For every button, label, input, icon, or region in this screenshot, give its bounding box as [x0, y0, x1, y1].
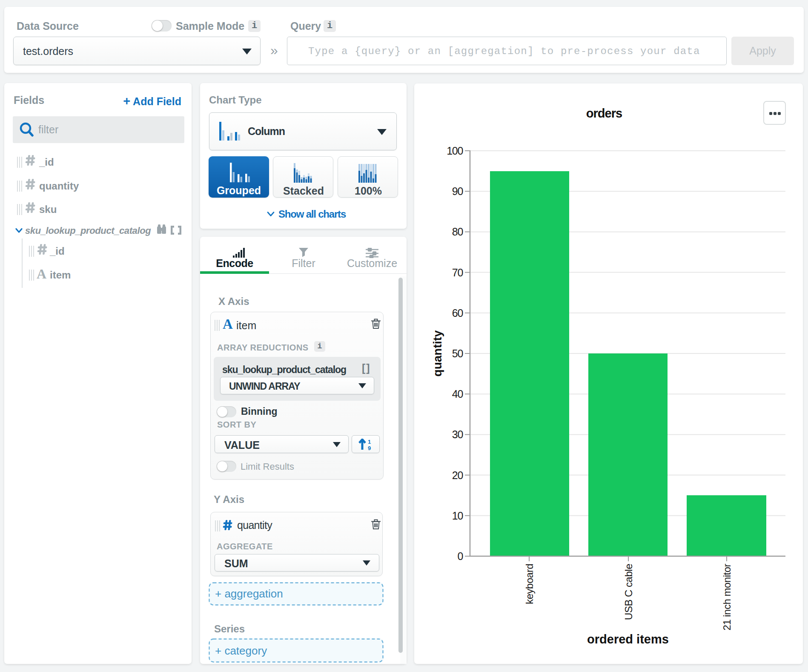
svg-text:40: 40	[452, 388, 463, 400]
svg-text:0: 0	[457, 550, 463, 562]
svg-text:21 inch monitor: 21 inch monitor	[721, 564, 733, 631]
svg-text:orders: orders	[586, 106, 622, 120]
svg-text:90: 90	[452, 185, 463, 197]
svg-text:USB C cable: USB C cable	[623, 564, 634, 620]
svg-text:1: 1	[368, 439, 371, 445]
svg-text:ordered items: ordered items	[587, 632, 669, 646]
svg-text:100: 100	[447, 145, 463, 157]
svg-text:keyboard: keyboard	[524, 564, 535, 604]
svg-text:quantity: quantity	[431, 330, 444, 376]
svg-text:10: 10	[452, 510, 463, 522]
svg-text:30: 30	[452, 428, 463, 440]
svg-text:60: 60	[452, 307, 463, 319]
svg-text:50: 50	[452, 347, 463, 359]
svg-text:20: 20	[452, 469, 463, 481]
svg-text:80: 80	[452, 226, 463, 238]
svg-text:9: 9	[368, 445, 371, 451]
svg-text:70: 70	[452, 267, 463, 279]
